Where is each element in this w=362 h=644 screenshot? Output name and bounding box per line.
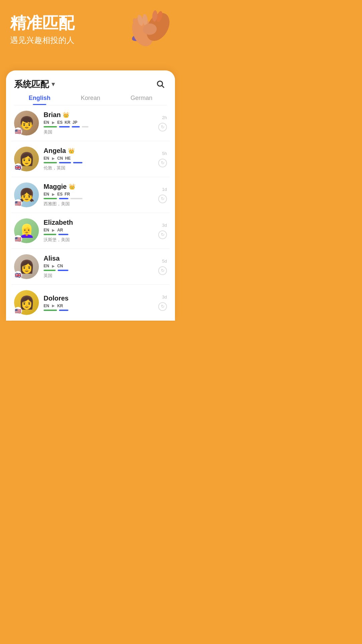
lang-tag-learning: HE — [65, 156, 71, 161]
list-item[interactable]: 👧 🇺🇸 Maggie 👑 EN▶ESFR 西雅图，美国 1d ↻ — [11, 177, 170, 213]
tab-bar: English Korean German — [14, 91, 167, 105]
crown-icon: 👑 — [69, 183, 75, 190]
tab-german[interactable]: German — [116, 95, 167, 105]
user-name: Dolores — [44, 294, 68, 302]
time-label: 3d — [162, 294, 167, 300]
user-info: Alisa EN▶CN 英国 — [44, 255, 154, 279]
user-info: Angela 👑 EN▶CNHE 伦敦，英国 — [44, 147, 154, 171]
time-label: 2h — [162, 115, 167, 120]
lang-tag-native: EN — [44, 264, 49, 268]
avatar: 👩 🇺🇸 — [14, 290, 39, 315]
flag-badge: 🇺🇸 — [14, 307, 22, 315]
progress-bar — [58, 234, 68, 235]
avatar: 👩 🇬🇧 — [14, 254, 39, 279]
lang-tag-native: EN — [44, 304, 49, 308]
user-info: Brian 👑 EN▶ESKRJP 美国 — [44, 111, 154, 135]
progress-bar — [59, 310, 68, 311]
right-col: 3d ↻ — [158, 294, 167, 311]
progress-bar — [82, 126, 88, 127]
lang-bars — [44, 270, 154, 271]
lang-tag-learning: ES — [57, 192, 63, 197]
refresh-button[interactable]: ↻ — [158, 195, 167, 203]
progress-bar — [72, 126, 80, 127]
flag-badge: 🇬🇧 — [14, 271, 22, 279]
arrow-right-icon: ▶ — [52, 228, 55, 232]
progress-bar — [59, 162, 71, 163]
lang-row: EN▶ESKRJP — [44, 120, 154, 125]
search-button[interactable] — [154, 78, 167, 91]
hero-section: 精准匹配 遇见兴趣相投的人 — [0, 0, 181, 70]
time-label: 5d — [162, 259, 167, 264]
lang-row: EN▶CN — [44, 264, 154, 268]
search-bar-row: 系统匹配 ▾ — [6, 70, 175, 91]
search-icon — [156, 79, 165, 89]
list-item[interactable]: 👱‍♀️ 🇺🇸 Elizabeth EN▶AR 沃斯堡，美国 3d ↻ — [11, 213, 170, 249]
main-card: 系统匹配 ▾ English Korean German 👦 🇺🇸 — [6, 70, 175, 321]
time-label: 3d — [162, 223, 167, 228]
refresh-button[interactable]: ↻ — [158, 159, 167, 167]
lang-bars — [44, 198, 154, 199]
avatar: 👱‍♀️ 🇺🇸 — [14, 218, 39, 243]
crown-icon: 👑 — [68, 148, 75, 154]
right-col: 5h ↻ — [158, 151, 167, 167]
lang-tag-learning: KR — [57, 304, 63, 308]
lang-bars — [44, 310, 154, 311]
flag-badge: 🇬🇧 — [14, 163, 22, 171]
lang-tag-learning: CN — [57, 264, 63, 268]
user-name: Angela — [44, 147, 66, 155]
avatar: 👩 🇬🇧 — [14, 147, 39, 171]
user-location: 沃斯堡，美国 — [44, 237, 154, 243]
svg-point-10 — [158, 81, 163, 86]
progress-bar — [58, 270, 68, 271]
progress-bar — [44, 198, 57, 199]
arrow-right-icon: ▶ — [52, 120, 55, 125]
lang-tag-learning: FR — [65, 192, 70, 197]
lang-tag-learning: ES — [57, 120, 63, 125]
user-info: Dolores EN▶KR — [44, 294, 154, 311]
user-location: 美国 — [44, 129, 154, 135]
lang-tag-learning: KR — [65, 120, 70, 125]
chevron-down-icon: ▾ — [52, 80, 55, 88]
search-label-text: 系统匹配 — [14, 78, 49, 90]
user-info: Maggie 👑 EN▶ESFR 西雅图，美国 — [44, 183, 154, 207]
lang-tag-learning: CN — [57, 156, 63, 161]
user-location: 英国 — [44, 273, 154, 279]
lang-tag-native: EN — [44, 192, 49, 197]
progress-bar — [59, 126, 70, 127]
refresh-button[interactable]: ↻ — [158, 302, 167, 311]
lang-tag-native: EN — [44, 156, 49, 161]
tab-korean[interactable]: Korean — [65, 95, 116, 105]
lang-tag-learning: AR — [57, 228, 63, 232]
refresh-button[interactable]: ↻ — [158, 266, 167, 275]
refresh-button[interactable]: ↻ — [158, 123, 167, 131]
search-label[interactable]: 系统匹配 ▾ — [14, 78, 55, 90]
right-col: 5d ↻ — [158, 259, 167, 275]
user-location: 伦敦，英国 — [44, 165, 154, 171]
list-item[interactable]: 👩 🇺🇸 Dolores EN▶KR 3d ↻ — [11, 285, 170, 321]
tab-english[interactable]: English — [14, 95, 65, 105]
arrow-right-icon: ▶ — [52, 264, 55, 268]
time-label: 5h — [162, 151, 167, 156]
arrow-right-icon: ▶ — [52, 156, 55, 161]
lang-row: EN▶AR — [44, 228, 154, 232]
progress-bar — [70, 198, 82, 199]
list-item[interactable]: 👦 🇺🇸 Brian 👑 EN▶ESKRJP 美国 2h ↻ — [11, 105, 170, 141]
user-location: 西雅图，美国 — [44, 201, 154, 207]
lang-bars — [44, 162, 154, 163]
flag-badge: 🇺🇸 — [14, 127, 22, 136]
progress-bar — [44, 310, 57, 311]
avatar: 👦 🇺🇸 — [14, 111, 39, 136]
progress-bar — [73, 162, 82, 163]
refresh-button[interactable]: ↻ — [158, 230, 167, 239]
progress-bar — [59, 198, 68, 199]
user-name: Elizabeth — [44, 219, 73, 226]
user-name: Maggie — [44, 183, 67, 191]
lang-tag-native: EN — [44, 228, 49, 232]
list-item[interactable]: 👩 🇬🇧 Alisa EN▶CN 英国 5d ↻ — [11, 249, 170, 285]
list-item[interactable]: 👩 🇬🇧 Angela 👑 EN▶CNHE 伦敦，英国 5h ↻ — [11, 141, 170, 177]
progress-bar — [44, 162, 57, 163]
flag-badge: 🇺🇸 — [14, 199, 22, 207]
svg-line-11 — [162, 86, 164, 88]
lang-row: EN▶CNHE — [44, 156, 154, 161]
arrow-right-icon: ▶ — [52, 304, 55, 308]
